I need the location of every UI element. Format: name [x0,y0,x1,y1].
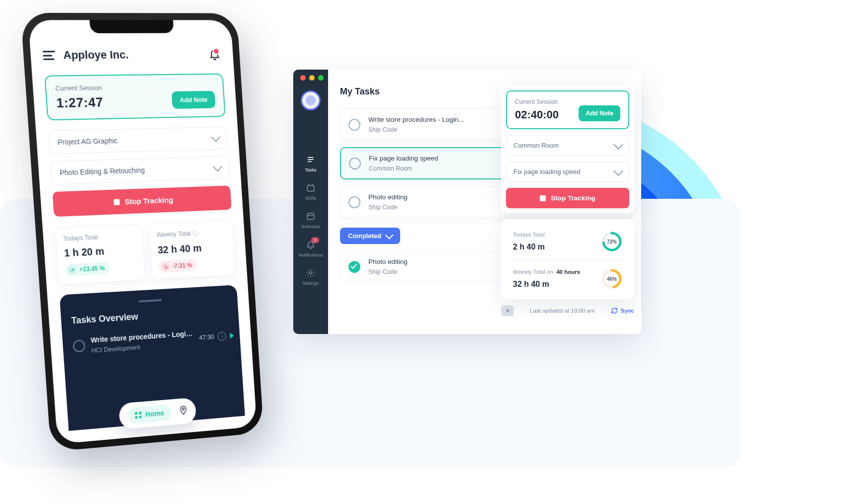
maximize-icon[interactable] [318,75,324,81]
stat-label: Todays Total [63,232,136,243]
sidebar-item-notifications[interactable]: Notifications [298,239,323,257]
bell-icon [305,239,316,250]
project-select[interactable]: Project AG Graphic [48,127,228,154]
stat-label: Weekly Total on 40 hours [513,269,580,275]
company-title: Apploye Inc. [63,48,208,62]
avatar[interactable] [301,90,321,110]
shifts-icon [305,182,316,193]
gear-icon [305,267,316,278]
task-row[interactable]: Write store procedures - Login... HCI De… [73,327,231,355]
task-checkbox[interactable] [348,196,360,208]
session-time: 1:27:47 [56,94,103,111]
chevron-down-icon [613,166,623,176]
task-time: 47:30 [199,334,214,341]
stat-value: 32 h 40 m [513,280,580,289]
stats-card: Todays Total 2 h 40 m 72% Weekly Total o… [501,219,634,299]
stop-icon [540,195,546,201]
minimize-icon[interactable] [309,75,315,81]
sidebar-label: Settings [303,281,319,286]
stat-delta-down: ↘-7.31 % [159,259,197,273]
current-session-card: Current Session 02:40:00 Add Note [506,90,629,129]
schedule-icon [305,211,316,222]
task-checkbox[interactable] [349,158,361,169]
tasks-icon [305,154,316,165]
weekly-stat: Weekly Total ⓘ 32 h 40 m ↘-7.31 % [149,220,236,279]
task-checkbox[interactable] [348,119,360,131]
sidebar-item-settings[interactable]: Settings [303,267,319,286]
sidebar-item-schedule[interactable]: Schedule [301,211,320,229]
svg-point-8 [310,272,312,274]
stat-value: 1 h 20 m [64,244,136,259]
stop-icon [114,199,120,205]
stop-tracking-button[interactable]: Stop Tracking [52,185,232,217]
bottom-nav: Home [118,398,196,430]
sidebar-label: Shifts [305,196,317,201]
chevron-down-icon [613,140,623,150]
home-icon [135,412,142,419]
close-icon[interactable] [300,75,306,81]
info-icon[interactable]: i [218,332,227,341]
session-panel: Current Session 02:40:00 Add Note Common… [501,85,634,316]
play-icon[interactable] [230,333,234,338]
last-updated: Last updated at 10:00 am [530,308,594,314]
chevron-down-icon [211,132,220,142]
today-stat: Todays Total 1 h 20 m ↗+13.45 % [55,224,146,285]
sidebar-label: Notifications [298,252,323,257]
stat-delta-up: ↗+13.45 % [65,262,110,276]
chevron-down-icon [385,231,394,240]
chevron-down-icon [213,162,222,172]
session-label: Current Session [55,84,102,92]
add-note-button[interactable]: Add Note [579,105,620,121]
window-controls [300,75,324,81]
svg-point-13 [182,408,184,410]
home-tab[interactable]: Home [127,404,172,423]
sync-button[interactable]: Sync [611,307,635,314]
completed-toggle[interactable]: Completed [340,228,400,244]
sidebar: Tasks Shifts Schedule [293,70,328,334]
notifications-icon[interactable] [207,47,222,62]
stop-tracking-button[interactable]: Stop Tracking [506,188,629,208]
task-checkbox[interactable] [73,339,85,352]
activity-select[interactable]: Photo Editing & Retouching [50,156,230,185]
stat-label: Weekly Total ⓘ [157,228,227,240]
project-select[interactable]: Common Room [506,135,629,156]
tasks-overview-title: Tasks Overview [71,306,229,327]
sidebar-label: Tasks [305,168,316,172]
svg-rect-6 [307,213,314,220]
stat-value: 32 h 40 m [158,241,228,256]
stat-value: 2 h 40 m [513,243,545,252]
sidebar-label: Schedule [301,224,320,229]
session-card: Current Session 1:27:47 Add Note [44,74,226,121]
sidebar-item-shifts[interactable]: Shifts [305,182,317,201]
drag-handle[interactable] [139,299,162,303]
sidebar-item-tasks[interactable]: Tasks [305,154,316,172]
stat-label: Todays Total [513,232,545,238]
menu-icon[interactable] [43,51,56,60]
task-select[interactable]: Fix page loading speed [506,162,629,182]
notification-badge [213,48,220,55]
phone-notch [89,20,174,33]
page-title: My Tasks [340,86,380,97]
add-note-button[interactable]: Add Note [171,91,216,109]
progress-ring-weekly: 46% [601,268,622,289]
session-label: Current Session [515,98,559,105]
svg-rect-3 [307,185,314,191]
panel-footer: Last updated at 10:00 am Sync [501,305,634,316]
expand-button[interactable] [501,305,514,316]
progress-ring-today: 72% [601,231,622,252]
task-checkbox-done[interactable] [348,261,360,273]
location-icon[interactable] [178,405,188,418]
session-time: 02:40:00 [515,108,559,121]
phone-mockup: Apploye Inc. Current Session 1:27:47 Add… [20,13,263,452]
